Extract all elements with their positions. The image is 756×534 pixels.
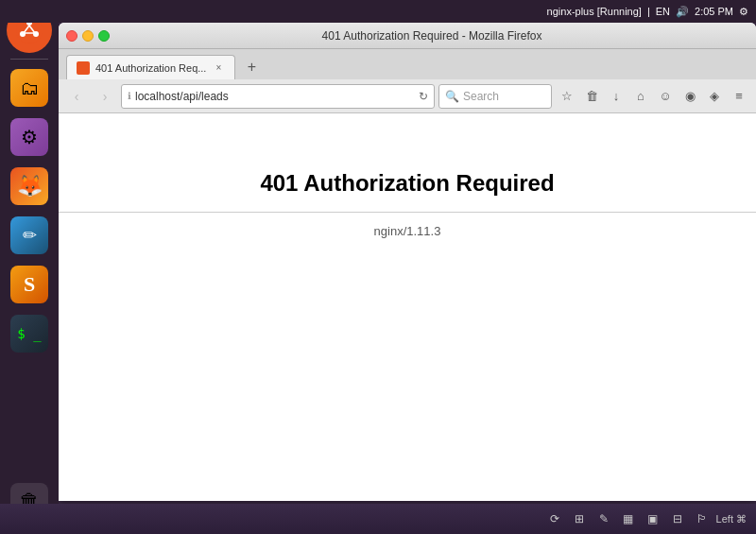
window-controls [66,30,110,42]
taskbar-flag-icon: 🏳 [692,508,713,529]
os-title-label: nginx-plus [Running] [547,6,642,17]
tab-close-button[interactable]: × [212,61,225,75]
url-text: localhost/api/leads [135,90,415,103]
terminal-launcher-icon: $ _ [10,315,48,353]
settings-launcher-icon: ⚙ [10,118,48,156]
tab-bar: 401 Authorization Req... × + [59,49,756,79]
navigation-bar: ‹ › ℹ localhost/api/leads ↻ 🔍 Search ☆ 🗑… [59,79,756,113]
taskbar-icon-2: ⊞ [569,508,590,529]
toolbar-icons: ☆ 🗑 ↓ ⌂ ☺ ◉ ◈ ≡ [556,85,750,108]
editor-launcher-icon: ✏ [10,216,48,254]
settings-icon: ⚙ [739,6,748,18]
error-heading: 401 Authorization Required [260,170,554,197]
home-button[interactable]: ⌂ [629,85,652,108]
new-tab-button[interactable]: + [239,57,264,78]
maximize-button[interactable] [98,30,110,42]
taskbar-icon-5: ▣ [643,508,663,529]
reload-icon[interactable]: ↻ [419,90,428,103]
window-title: 401 Authorization Required - Mozilla Fir… [115,29,748,43]
launcher-sidebar: 🗂 ⚙ 🦊 ✏ S $ _ 🗑 [0,0,59,534]
search-icon: 🔍 [445,90,459,103]
sublime-launcher-icon: S [10,266,48,303]
pocket-button[interactable]: ◉ [679,85,701,108]
bookmark-button[interactable]: ☆ [556,85,578,108]
menu-button[interactable]: ≡ [728,85,750,108]
tab-label: 401 Authorization Req... [95,62,206,74]
active-tab[interactable]: 401 Authorization Req... × [66,55,235,79]
taskbar-icon-3: ✎ [593,508,614,529]
minimize-button[interactable] [82,30,94,42]
system-topbar: nginx-plus [Running] | EN 🔊 2:05 PM ⚙ [0,0,756,23]
launcher-icon-files[interactable]: 🗂 [7,65,52,111]
volume-icon: 🔊 [676,6,689,18]
clock: 2:05 PM [695,6,733,17]
window-titlebar: 401 Authorization Required - Mozilla Fir… [59,23,756,49]
address-bar[interactable]: ℹ localhost/api/leads ↻ [121,84,435,109]
launcher-icon-terminal[interactable]: $ _ [7,311,52,356]
desktop: nginx-plus [Running] | EN 🔊 2:05 PM ⚙ 🗂 [0,0,756,534]
launcher-icon-settings[interactable]: ⚙ [7,114,52,160]
files-icon: 🗂 [10,69,48,107]
taskbar-icon-6: ⊟ [667,508,688,529]
firefox-window: 401 Authorization Required - Mozilla Fir… [59,23,756,501]
back-button[interactable]: ‹ [64,84,89,109]
forward-button[interactable]: › [93,84,117,109]
firefox-launcher-icon: 🦊 [10,167,48,205]
error-divider [59,212,756,213]
server-info: nginx/1.11.3 [374,224,441,238]
launcher-icon-editor[interactable]: ✏ [7,213,52,258]
taskbar-icon-4: ▦ [618,508,639,529]
taskbar: ⟳ ⊞ ✎ ▦ ▣ ⊟ 🏳 Left ⌘ [0,504,756,534]
search-placeholder: Search [463,90,499,103]
search-bar[interactable]: 🔍 Search [438,84,552,109]
taskbar-icon-1: ⟳ [544,508,565,529]
close-button[interactable] [66,30,77,42]
launcher-divider [10,59,48,60]
page-content: 401 Authorization Required nginx/1.11.3 [59,113,756,501]
launcher-icon-firefox[interactable]: 🦊 [7,164,52,209]
delete-button[interactable]: 🗑 [580,85,603,108]
keyboard-label: Left ⌘ [716,513,747,525]
keyboard-layout: EN [656,6,670,17]
tab-favicon [77,61,90,75]
addon-button[interactable]: ◈ [703,85,726,108]
launcher-icon-sublime[interactable]: S [7,262,52,307]
emoji-button[interactable]: ☺ [654,85,677,108]
address-info-icon: ℹ [128,91,131,101]
download-button[interactable]: ↓ [605,85,627,108]
topbar-separator: | [647,6,650,17]
